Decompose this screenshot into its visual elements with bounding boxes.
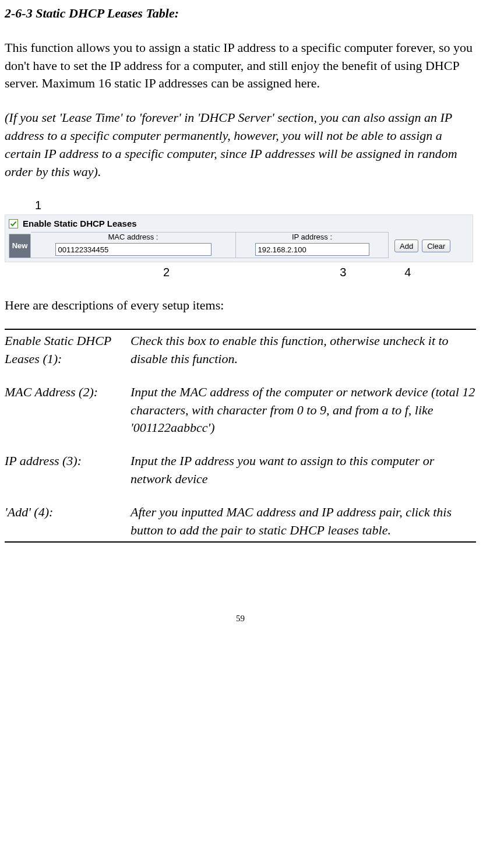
enable-row: Enable Static DHCP Leases (9, 217, 469, 230)
callout-bottom-row: 2 3 4 (5, 264, 476, 280)
ip-column: IP address : (236, 232, 389, 258)
dhcp-panel: Enable Static DHCP Leases New MAC addres… (5, 214, 473, 262)
ip-header: IP address : (236, 233, 388, 243)
item-label: 'Add' (4): (5, 504, 131, 540)
items-table: Enable Static DHCP Leases (1): Check thi… (5, 329, 476, 543)
item-label: IP address (3): (5, 452, 131, 488)
item-row: Enable Static DHCP Leases (1): Check thi… (5, 332, 476, 368)
item-row: MAC Address (2): Input the MAC address o… (5, 383, 476, 437)
section-heading: 2-6-3 Static DHCP Leases Table: (5, 5, 476, 23)
item-label: MAC Address (2): (5, 383, 131, 437)
callout-1: 1 (35, 197, 476, 213)
screenshot-block: 1 Enable Static DHCP Leases New MAC addr… (5, 197, 476, 280)
enable-label: Enable Static DHCP Leases (23, 217, 137, 230)
item-desc: After you inputted MAC address and IP ad… (131, 504, 476, 540)
check-icon (10, 220, 17, 227)
ip-input[interactable] (255, 243, 369, 256)
item-row: 'Add' (4): After you inputted MAC addres… (5, 504, 476, 540)
intro-paragraph: This function allows you to assign a sta… (5, 39, 476, 93)
new-row-label: New (9, 234, 31, 258)
callout-4: 4 (404, 264, 411, 280)
item-row: IP address (3): Input the IP address you… (5, 452, 476, 488)
mac-input[interactable] (55, 243, 212, 256)
item-desc: Check this box to enable this function, … (131, 332, 476, 368)
callout-3: 3 (340, 264, 346, 280)
item-desc: Input the IP address you want to assign … (131, 452, 476, 488)
item-desc: Input the MAC address of the computer or… (131, 383, 476, 437)
enable-checkbox[interactable] (9, 219, 18, 228)
page-number: 59 (5, 612, 476, 625)
clear-button[interactable]: Clear (422, 240, 450, 252)
note-paragraph: (If you set 'Lease Time' to 'forever' in… (5, 109, 476, 181)
mac-column: MAC address : (31, 232, 236, 258)
mac-header: MAC address : (31, 233, 235, 243)
items-lead: Here are descriptions of every setup ite… (5, 297, 476, 315)
button-cell: Add Clear (389, 234, 450, 258)
item-label: Enable Static DHCP Leases (1): (5, 332, 131, 368)
callout-2: 2 (163, 264, 170, 280)
lease-input-row: New MAC address : IP address : Add Clear (9, 232, 469, 258)
add-button[interactable]: Add (394, 240, 418, 252)
